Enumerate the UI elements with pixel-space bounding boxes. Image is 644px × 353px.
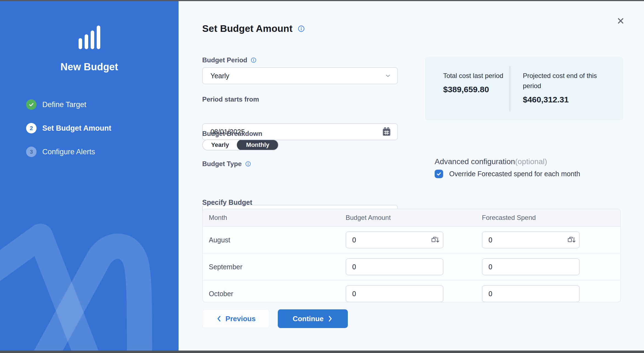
- window-bottom-edge: [0, 351, 644, 353]
- budget-breakdown-toggle: Yearly Monthly: [202, 139, 279, 150]
- cost-summary-card: Total cost last period $389,659.80 Proje…: [425, 57, 623, 120]
- forecasted-spend-input-september[interactable]: [482, 258, 580, 275]
- override-forecast-checkbox[interactable]: [435, 170, 443, 178]
- step-define-target[interactable]: Define Target: [26, 99, 179, 110]
- period-starts-label: Period starts from: [202, 96, 259, 103]
- total-cost-last-period-label: Total cost last period: [443, 71, 510, 81]
- continue-button[interactable]: Continue: [278, 309, 348, 328]
- step-label: Define Target: [42, 100, 86, 109]
- step-number-badge: 2: [26, 123, 37, 133]
- projected-cost-value: $460,312.31: [523, 95, 609, 104]
- chevron-left-icon: [216, 315, 222, 322]
- fill-down-icon: [567, 236, 576, 244]
- total-cost-last-period-value: $389,659.80: [443, 85, 510, 94]
- column-header-budget-amount: Budget Amount: [346, 214, 482, 222]
- month-cell: October: [203, 290, 346, 298]
- page-title: Set Budget Amount: [202, 23, 293, 34]
- close-button[interactable]: [615, 16, 626, 26]
- brand-watermark: [0, 210, 179, 353]
- fill-down-button[interactable]: [565, 233, 578, 246]
- info-icon[interactable]: [298, 25, 305, 32]
- budget-period-label: Budget Period: [202, 56, 247, 64]
- budget-amount-input-september[interactable]: [346, 258, 443, 275]
- info-icon[interactable]: [251, 57, 257, 63]
- forecasted-spend-input-october[interactable]: [482, 285, 580, 302]
- optional-suffix: (optional): [515, 157, 547, 166]
- table-row-august: August: [203, 227, 620, 254]
- fill-down-button[interactable]: [429, 233, 442, 246]
- toggle-option-monthly[interactable]: Monthly: [237, 139, 279, 150]
- month-cell: September: [203, 263, 346, 271]
- chevron-right-icon: [327, 315, 333, 322]
- advanced-configuration-section: Advanced configuration(optional) Overrid…: [435, 157, 580, 178]
- previous-button[interactable]: Previous: [202, 309, 270, 328]
- info-icon[interactable]: [245, 161, 251, 167]
- step-label: Set Budget Amount: [42, 124, 111, 133]
- new-budget-wizard: New Budget Define Target 2 Set Budget Am…: [0, 0, 644, 353]
- wizard-steps: Define Target 2 Set Budget Amount 3 Conf…: [0, 99, 179, 157]
- specify-budget-label: Specify Budget: [202, 198, 252, 206]
- window-top-edge: [0, 0, 644, 1]
- calendar-icon[interactable]: [382, 127, 391, 137]
- budget-period-select[interactable]: Yearly: [202, 67, 398, 84]
- close-icon: [617, 17, 625, 25]
- check-icon: [436, 171, 442, 177]
- wizard-title: New Budget: [0, 61, 179, 73]
- set-budget-amount-panel: Set Budget Amount Budget Period Yearly: [179, 0, 644, 353]
- continue-button-label: Continue: [293, 315, 324, 323]
- previous-button-label: Previous: [226, 315, 256, 323]
- step-label: Configure Alerts: [42, 148, 95, 156]
- specify-budget-table: Month Budget Amount Forecasted Spend Aug…: [202, 209, 621, 302]
- column-header-month: Month: [203, 214, 346, 222]
- toggle-option-yearly[interactable]: Yearly: [203, 140, 237, 150]
- projected-cost-label: Projected cost end of this period: [523, 71, 609, 91]
- step-done-check-icon: [26, 99, 37, 110]
- step-configure-alerts[interactable]: 3 Configure Alerts: [26, 147, 179, 157]
- table-header-row: Month Budget Amount Forecasted Spend: [203, 209, 620, 227]
- column-header-forecasted-spend: Forecasted Spend: [482, 214, 620, 222]
- month-cell: August: [203, 236, 346, 244]
- step-set-budget-amount[interactable]: 2 Set Budget Amount: [26, 123, 179, 133]
- step-number-badge: 3: [26, 147, 37, 157]
- budget-amount-input-october[interactable]: [346, 285, 443, 302]
- fill-down-icon: [431, 236, 440, 244]
- table-row-september: September: [203, 254, 620, 281]
- budget-period-value: Yearly: [210, 72, 229, 80]
- override-forecast-label: Override Forecasted spend for each month: [449, 170, 580, 178]
- table-row-october: October: [203, 281, 620, 302]
- chevron-down-icon: [385, 72, 391, 79]
- wizard-sidebar: New Budget Define Target 2 Set Budget Am…: [0, 0, 179, 353]
- app-logo-bar-chart-icon: [0, 26, 179, 49]
- budget-breakdown-label: Budget Breakdown: [202, 130, 262, 138]
- advanced-configuration-title: Advanced configuration: [435, 157, 515, 166]
- budget-type-label: Budget Type: [202, 160, 242, 168]
